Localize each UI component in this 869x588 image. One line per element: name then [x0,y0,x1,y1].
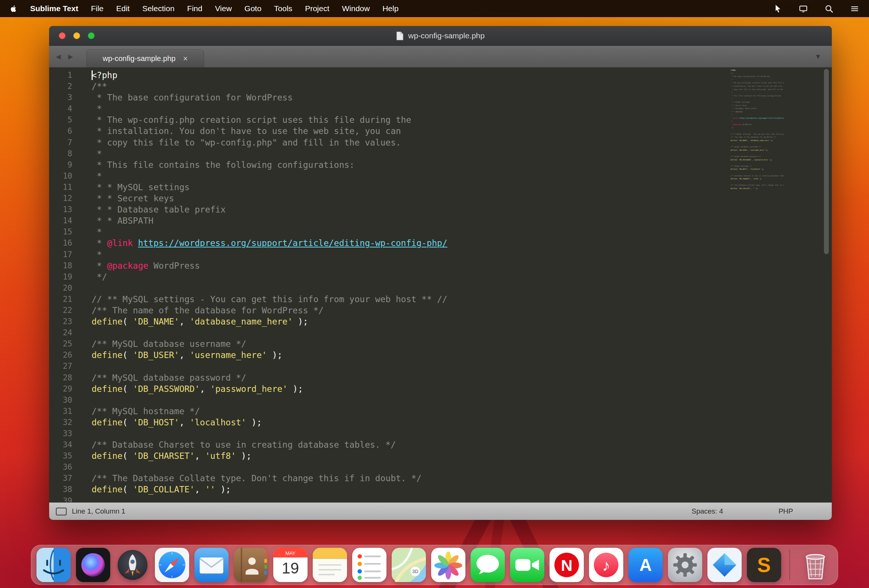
dock-item-siri[interactable] [76,548,110,582]
zoom-window-button[interactable] [88,33,95,39]
sublime-text-icon: S [747,548,781,582]
dock-item-maps[interactable]: 3D [391,548,426,582]
line-number: 14 [49,215,72,226]
maps-icon: 3D [391,548,426,582]
line-number: 4 [49,103,72,114]
line-number: 9 [49,159,72,170]
dock-item-launchpad[interactable] [116,548,150,582]
netflix-icon: N [550,548,584,582]
dock-item-calendar[interactable]: MAY 19 [273,548,307,582]
code-line: <?php [92,70,832,81]
menu-find[interactable]: Find [187,4,203,13]
code-line: define( 'DB_COLLATE', '' ); [92,484,832,495]
dock-item-trash[interactable] [798,548,832,582]
line-number: 38 [49,484,72,495]
indent-setting[interactable]: Spaces: 4 [692,507,724,515]
line-number: 1 [49,70,72,81]
line-number: 12 [49,193,72,204]
dock-item-safari[interactable] [155,548,189,582]
vertical-scrollbar[interactable] [824,69,829,254]
status-bar: Line 1, Column 1 Spaces: 4 PHP [49,502,832,520]
code-line [92,428,832,439]
calendar-icon: MAY 19 [273,548,307,582]
dock-item-notes[interactable] [313,548,347,582]
sublime-letter: S [757,554,771,576]
dock-item-facetime[interactable] [510,548,544,582]
code-line: /** [92,81,832,92]
code-line: /** Database Charset to use in creating … [92,439,832,450]
tab-nav-back-icon[interactable]: ◀ [56,53,61,61]
dock-item-system-preferences[interactable] [668,548,702,582]
tab-nav-forward-icon[interactable]: ▶ [68,53,73,61]
line-number: 34 [49,439,72,450]
code-lines: <?php/** * The base configuration for Wo… [72,67,832,502]
dock-item-app-store[interactable]: A [629,548,663,582]
code-editor[interactable]: 1234567891011121314151617181920212223242… [49,67,832,502]
line-number: 18 [49,260,72,271]
menu-selection[interactable]: Selection [142,4,174,13]
notification-list-icon[interactable] [850,4,859,13]
menu-goto[interactable]: Goto [245,4,262,13]
line-number: 29 [49,383,72,394]
dock-item-messages[interactable] [471,548,505,582]
code-line: /** The Database Collate type. Don't cha… [92,472,832,484]
line-number: 24 [49,327,72,338]
code-line: * The base configuration for WordPress [92,92,832,103]
dock-item-sublime-text[interactable]: S [747,548,781,582]
tab-overflow-dropdown-icon[interactable]: ▼ [815,53,822,61]
syntax-setting[interactable]: PHP [779,507,793,515]
spotlight-search-icon[interactable] [825,4,833,13]
line-number: 25 [49,338,72,350]
contacts-icon [234,548,268,582]
dock-item-finder[interactable] [37,548,71,582]
line-number: 11 [49,182,72,193]
line-number: 21 [49,294,72,305]
code-line: /** MySQL database username */ [92,338,832,350]
line-number: 37 [49,472,72,484]
trash-icon [798,548,832,582]
apple-menu[interactable] [10,4,18,13]
close-window-button[interactable] [59,33,65,39]
code-line: * * Secret keys [92,193,832,204]
maps-3d-badge: 3D [412,569,418,574]
dock-item-contacts[interactable] [234,548,268,582]
menu-project[interactable]: Project [305,4,329,13]
code-line [92,495,832,502]
dock-item-blue-diamond-app[interactable] [707,548,741,582]
sublime-text-window: wp-config-sample.php ◀ ▶ wp-config-sampl… [49,26,832,520]
line-number: 30 [49,394,72,406]
code-line: * @link https://wordpress.org/support/ar… [92,237,832,249]
code-line [92,394,832,406]
code-line: // ** MySQL settings - You can get this … [92,294,832,305]
menu-help[interactable]: Help [383,4,398,13]
sidebar-toggle-icon[interactable] [56,508,67,515]
dock-item-reminders[interactable] [352,548,387,582]
dock-item-netflix[interactable]: N [550,548,584,582]
dock-item-photos[interactable] [431,548,466,582]
dock-item-mail[interactable] [194,548,228,582]
menu-app-name[interactable]: Sublime Text [30,4,78,13]
tab-close-icon[interactable]: × [183,55,188,63]
line-number: 16 [49,237,72,249]
menu-bar: Sublime Text File Edit Selection Find Vi… [0,0,869,17]
menu-tools[interactable]: Tools [274,4,292,13]
tab-wp-config-sample[interactable]: wp-config-sample.php × [86,49,204,67]
line-number: 23 [49,316,72,327]
minimize-window-button[interactable] [73,33,80,39]
menu-file[interactable]: File [91,4,104,13]
line-number: 3 [49,92,72,103]
line-number: 32 [49,417,72,428]
display-icon[interactable] [799,4,808,13]
code-line: * * ABSPATH [92,215,832,226]
line-number: 13 [49,204,72,215]
menu-edit[interactable]: Edit [116,4,130,13]
menu-view[interactable]: View [215,4,231,13]
dock-item-itunes[interactable]: ♪ [589,548,623,582]
minimap[interactable]: <?php/** * The base configuration for Wo… [731,69,784,211]
cursor-tool-icon[interactable] [773,4,782,13]
window-titlebar[interactable]: wp-config-sample.php [49,26,832,46]
blue-diamond-icon [707,548,741,582]
menu-window[interactable]: Window [342,4,370,13]
code-line: * * Database table prefix [92,204,832,215]
tab-bar: ◀ ▶ wp-config-sample.php × ▼ [49,46,832,67]
